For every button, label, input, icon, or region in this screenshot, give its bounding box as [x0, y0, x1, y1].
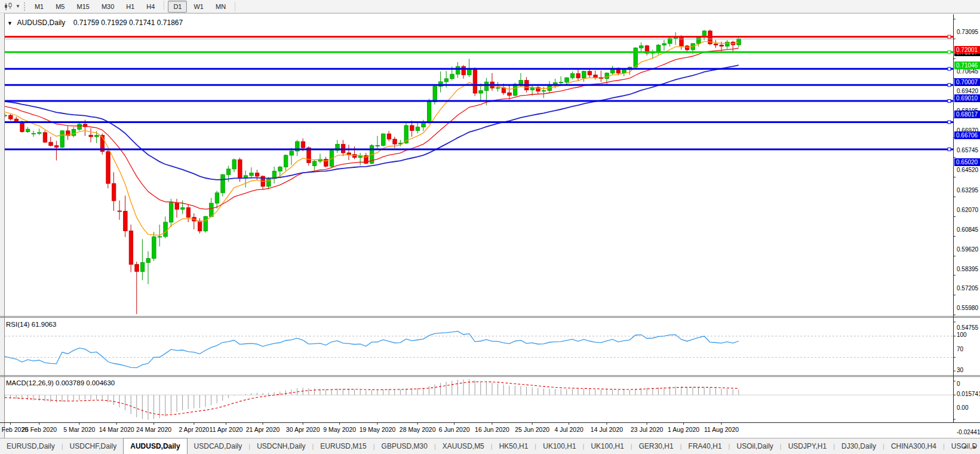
- mt4-window: { "toolbar": { "chart_icon": "candlestic…: [0, 0, 980, 454]
- macd-signal-line: [5, 382, 739, 415]
- chart-tab-gbpusd-m30[interactable]: GBPUSD,M30: [375, 438, 434, 454]
- chart-tabs: EURUSD,Daily|USDCHF,DailyAUDUSD,DailyUSD…: [0, 438, 980, 454]
- timeframe-button-m30[interactable]: M30: [96, 1, 119, 13]
- tab-scroll-controls: ◂ ▸: [961, 438, 978, 454]
- chart-tab-usoil-daily[interactable]: USOil,Daily: [730, 438, 779, 454]
- timeframe-button-h4[interactable]: H4: [141, 1, 160, 13]
- timeframe-button-m15[interactable]: M15: [71, 1, 94, 13]
- tab-scroll-right-icon[interactable]: ▸: [972, 442, 978, 451]
- chart-tab-usdchf-daily[interactable]: USDCHF,Daily: [63, 438, 124, 454]
- hline-handle[interactable]: [948, 51, 951, 54]
- ma-fast-line: [5, 41, 739, 235]
- toolbar-separator: [164, 1, 164, 10]
- chart-tab-ger30-h1[interactable]: GER30,H1: [632, 438, 680, 454]
- timeframe-button-m1[interactable]: M1: [29, 1, 49, 13]
- timeframe-toolbar: ▼ M1M5M15M30H1H4D1W1MN: [0, 0, 980, 13]
- chart-tab-uk100-h1[interactable]: UK100,H1: [584, 438, 630, 454]
- timeframe-button-w1[interactable]: W1: [188, 1, 209, 13]
- chart-tab-hk50-h1[interactable]: HK50,H1: [493, 438, 535, 454]
- chart-tab-usdcnh-daily[interactable]: USDCNH,Daily: [250, 438, 312, 454]
- hline-handle[interactable]: [948, 84, 951, 87]
- rsi-line: [5, 332, 739, 368]
- chart-tab-bar: EURUSD,Daily|USDCHF,DailyAUDUSD,DailyUSD…: [0, 438, 980, 454]
- chart-tab-china300-h4[interactable]: CHINA300,H4: [884, 438, 943, 454]
- price-chart-canvas[interactable]: [0, 13, 980, 438]
- chart-tab-eurusd-daily[interactable]: EURUSD,Daily: [0, 438, 62, 454]
- timeframe-buttons: M1M5M15M30H1H4D1W1MN: [29, 1, 232, 13]
- hline-handle[interactable]: [948, 148, 951, 151]
- toolbar-separator: [235, 2, 235, 11]
- chart-tab-fra40-h1[interactable]: FRA40,H1: [682, 438, 729, 454]
- chart-tab-uk100-h1[interactable]: UK100,H1: [536, 438, 582, 454]
- toolbar-grip[interactable]: [24, 2, 25, 11]
- chart-tab-usdjpy-h1[interactable]: USDJPY,H1: [782, 438, 833, 454]
- chart-tab-dj30-daily[interactable]: DJ30,Daily: [835, 438, 883, 454]
- timeframe-button-h1[interactable]: H1: [121, 1, 140, 13]
- timeframe-button-mn[interactable]: MN: [210, 1, 231, 13]
- timeframe-button-d1[interactable]: D1: [168, 1, 187, 13]
- macd-histogram: [5, 379, 739, 420]
- chevron-down-icon[interactable]: ▼: [16, 4, 20, 9]
- hline-handle[interactable]: [948, 35, 951, 38]
- tab-scroll-left-icon[interactable]: ◂: [961, 442, 968, 451]
- candlestick-chart-icon[interactable]: [2, 1, 15, 12]
- hline-handle[interactable]: [948, 100, 951, 103]
- hline-handle[interactable]: [948, 68, 951, 70]
- chart-tab-eurusd-m15[interactable]: EURUSD,M15: [314, 438, 373, 454]
- chart-tab-xauusd-m5[interactable]: XAUUSD,M5: [436, 438, 491, 454]
- chart-tab-audusd-daily[interactable]: AUDUSD,Daily: [123, 438, 187, 454]
- chart-tab-usdcad-daily[interactable]: USDCAD,Daily: [188, 438, 249, 454]
- hline-handle[interactable]: [948, 121, 951, 124]
- chart-window: ▼ AUDUSD,Daily 0.71759 0.71929 0.71741 0…: [0, 13, 980, 438]
- timeframe-button-m5[interactable]: M5: [50, 1, 70, 13]
